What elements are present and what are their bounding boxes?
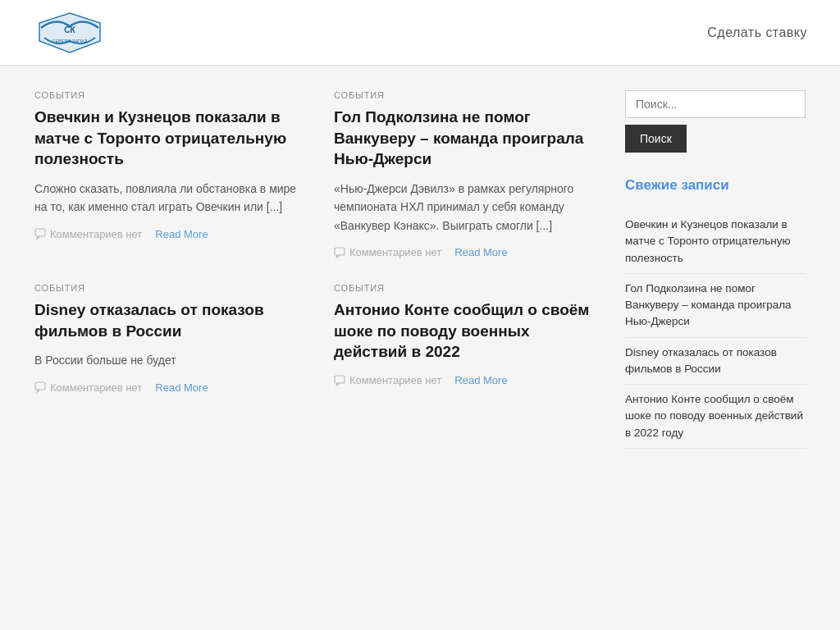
article-footer: Комментариев нет Read More <box>334 246 600 258</box>
article-title: Антонио Конте сообщил о своём шоке по по… <box>334 299 600 363</box>
list-item: Гол Подколзина не помог Ванкуверу – кома… <box>625 274 806 338</box>
search-input[interactable] <box>625 90 806 118</box>
sidebar: Поиск Свежие записи Овечкин и Кузнецов п… <box>625 90 806 449</box>
read-more-link[interactable]: Read More <box>454 246 507 258</box>
article-title: Гол Подколзина не помог Ванкуверу – кома… <box>334 107 600 170</box>
search-button[interactable]: Поиск <box>625 125 687 153</box>
article-excerpt: «Нью-Джерси Дэвилз» в рамках регулярного… <box>334 180 600 235</box>
article-title: Овечкин и Кузнецов показали в матче с То… <box>34 107 301 170</box>
main-nav: Сделать ставку <box>707 25 807 40</box>
article-category: СОБЫТИЯ <box>334 283 600 293</box>
comment-icon <box>334 375 345 386</box>
main-content: СОБЫТИЯ Овечкин и Кузнецов показали в ма… <box>34 90 600 449</box>
svg-text:СК: СК <box>64 25 75 34</box>
article-card: СОБЫТИЯ Disney отказалась от показов фил… <box>34 283 301 394</box>
page-wrapper: СОБЫТИЯ Овечкин и Кузнецов показали в ма… <box>18 66 822 473</box>
article-card: СОБЫТИЯ Антонио Конте сообщил о своём шо… <box>334 283 600 394</box>
recent-posts-list: Овечкин и Кузнецов показали в матче с То… <box>625 210 806 449</box>
recent-post-link[interactable]: Антонио Конте сообщил о своём шоке по по… <box>625 393 803 439</box>
recent-posts-widget: Свежие записи Овечкин и Кузнецов показал… <box>625 177 806 449</box>
svg-rect-5 <box>335 248 345 255</box>
svg-rect-6 <box>35 382 45 390</box>
comment-icon <box>34 381 46 393</box>
svg-text:СЕВЕРО-ЗАПАД: СЕВЕРО-ЗАПАД <box>52 39 87 43</box>
list-item: Антонио Конте сообщил о своём шоке по по… <box>625 385 806 449</box>
nav-bet-link[interactable]: Сделать ставку <box>707 25 807 39</box>
article-footer: Комментариев нет Read More <box>34 228 301 240</box>
read-more-link[interactable]: Read More <box>454 374 507 386</box>
comments-count: Комментариев нет <box>334 374 441 386</box>
svg-rect-4 <box>35 229 45 236</box>
article-card: СОБЫТИЯ Овечкин и Кузнецов показали в ма… <box>34 90 301 258</box>
recent-post-link[interactable]: Овечкин и Кузнецов показали в матче с То… <box>625 218 791 264</box>
svg-rect-7 <box>335 376 345 383</box>
recent-post-link[interactable]: Disney отказалась от показов фильмов в Р… <box>625 346 777 375</box>
list-item: Disney отказалась от показов фильмов в Р… <box>625 338 806 386</box>
header: СК СЕВЕРО-ЗАПАД Сделать ставку <box>0 0 840 66</box>
article-category: СОБЫТИЯ <box>34 283 301 293</box>
article-footer: Комментариев нет Read More <box>334 374 600 386</box>
article-category: СОБЫТИЯ <box>34 90 301 100</box>
list-item: Овечкин и Кузнецов показали в матче с То… <box>625 210 806 274</box>
comment-icon <box>334 247 345 258</box>
logo-icon: СК СЕВЕРО-ЗАПАД <box>33 10 107 55</box>
article-footer: Комментариев нет Read More <box>34 381 301 394</box>
article-excerpt: В России больше не будет <box>34 351 301 369</box>
recent-posts-title: Свежие записи <box>625 177 806 199</box>
recent-post-link[interactable]: Гол Подколзина не помог Ванкуверу – кома… <box>625 282 792 328</box>
comments-count: Комментариев нет <box>334 246 441 258</box>
read-more-link[interactable]: Read More <box>155 381 208 394</box>
article-card: СОБЫТИЯ Гол Подколзина не помог Ванкувер… <box>334 90 600 258</box>
comment-icon <box>34 228 46 240</box>
article-category: СОБЫТИЯ <box>334 90 600 100</box>
comments-count: Комментариев нет <box>34 228 142 240</box>
article-title: Disney отказалась от показов фильмов в Р… <box>34 299 301 341</box>
comments-count: Комментариев нет <box>34 381 142 394</box>
read-more-link[interactable]: Read More <box>155 228 208 240</box>
search-widget: Поиск <box>625 90 806 177</box>
article-excerpt: Сложно сказать, повлияла ли обстановка в… <box>34 180 301 217</box>
logo[interactable]: СК СЕВЕРО-ЗАПАД <box>33 10 107 55</box>
